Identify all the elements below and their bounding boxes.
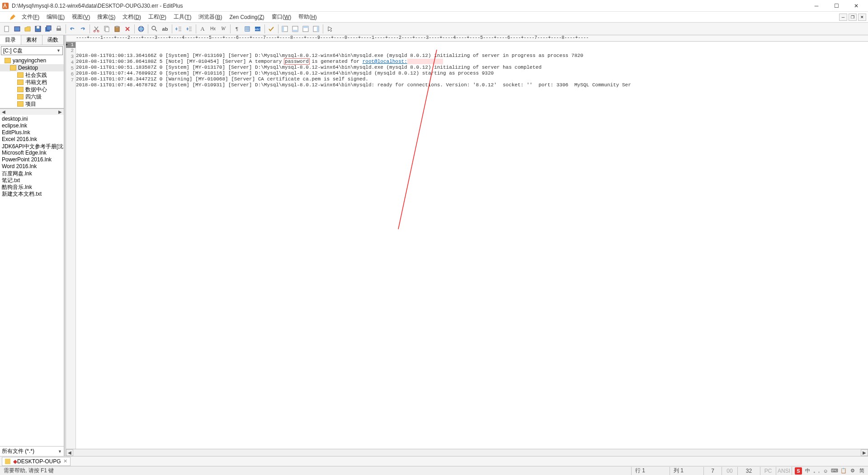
cut-button[interactable]	[91, 24, 101, 34]
replace-button[interactable]: ab	[160, 24, 170, 34]
settings-icon[interactable]: ⚙	[849, 467, 856, 475]
browser-button[interactable]	[136, 24, 146, 34]
folder-item[interactable]: 四六级	[0, 93, 64, 100]
menu-t[interactable]: 工具(T)	[170, 12, 195, 22]
file-list[interactable]: desktop.inieclipse.lnkEditPlus.lnkExcel …	[0, 115, 64, 446]
indent-right-button[interactable]	[184, 24, 194, 34]
file-item[interactable]: 百度网盘.lnk	[0, 170, 64, 177]
panel4-button[interactable]	[311, 24, 321, 34]
ime-lang-icon[interactable]: 中	[804, 467, 811, 475]
code-content[interactable]: 2018-08-11T01:00:13.364166Z 0 [System] […	[76, 42, 868, 449]
folder-icon	[10, 65, 16, 71]
clipboard-icon[interactable]: 📋	[840, 467, 847, 475]
menu-d[interactable]: 文档(D)	[119, 12, 145, 22]
menu-p[interactable]: 工程(P)	[145, 12, 170, 22]
scroll-right-icon[interactable]: ▶	[861, 449, 868, 456]
code-line[interactable]: 2018-08-11T01:00:51.183587Z 0 [System] […	[76, 65, 868, 71]
drive-select[interactable]: [C:] C盘 ▼	[1, 46, 63, 55]
menu-v[interactable]: 视图(V)	[68, 12, 94, 22]
svg-rect-14	[116, 26, 118, 28]
paste-button[interactable]	[112, 24, 122, 34]
maximize-button[interactable]: ☐	[826, 0, 846, 12]
font-a-button[interactable]: A	[198, 24, 208, 34]
folder-item[interactable]: 数据中心	[0, 86, 64, 93]
menu-e[interactable]: 编辑(E)	[43, 12, 68, 22]
sidebar-tab-snippet[interactable]: 素材	[21, 35, 42, 45]
file-filter[interactable]: 所有文件 (*.*) ▼	[0, 446, 64, 456]
undo-button[interactable]	[67, 24, 77, 34]
menu-z[interactable]: Zen Coding(Z)	[226, 12, 268, 22]
ime-mode-icon[interactable]: 简	[858, 467, 865, 475]
sidebar-tab-function[interactable]: 函数	[42, 35, 64, 45]
menu-s[interactable]: 搜索(S)	[94, 12, 119, 22]
code-line[interactable]: 2018-08-11T01:00:13.364166Z 0 [System] […	[76, 53, 868, 59]
folder-item[interactable]: yangyingchen	[0, 57, 64, 64]
horizontal-scrollbar[interactable]: ◀ ▶	[66, 449, 868, 456]
scroll-right-icon[interactable]: ▶	[57, 109, 64, 115]
indent-left-button[interactable]	[174, 24, 184, 34]
file-item[interactable]: eclipse.lnk	[0, 122, 64, 129]
chevron-down-icon: ▼	[57, 48, 61, 53]
print-button[interactable]	[54, 24, 64, 34]
open-button[interactable]	[23, 24, 33, 34]
document-tab[interactable]: ◆ DESKTOP-OUPG ✕	[2, 457, 71, 466]
close-button[interactable]: ✕	[846, 0, 866, 12]
menu-w[interactable]: 窗口(W)	[268, 12, 295, 22]
file-item[interactable]: Excel 2016.lnk	[0, 136, 64, 143]
file-item[interactable]: 笔记.txt	[0, 177, 64, 183]
menu-f[interactable]: 文件(F)	[18, 12, 43, 22]
scroll-left-icon[interactable]: ◀	[66, 449, 73, 456]
hex-button[interactable]: Hx	[208, 24, 218, 34]
file-item[interactable]: PowerPoint 2016.lnk	[0, 156, 64, 163]
run-button[interactable]	[325, 24, 335, 34]
code-line[interactable]: 2018-08-11T01:00:36.864180Z 5 [Note] [MY…	[76, 59, 868, 65]
menu-h[interactable]: 帮助(H)	[295, 12, 321, 22]
find-button[interactable]	[150, 24, 160, 34]
column-select-button[interactable]	[242, 24, 252, 34]
file-item[interactable]: Word 2016.lnk	[0, 163, 64, 170]
ime-punct-icon[interactable]: 。,	[813, 467, 820, 475]
folder-icon	[17, 101, 24, 107]
new-html-button[interactable]	[12, 24, 22, 34]
file-item[interactable]: desktop.ini	[0, 116, 64, 122]
spell-check-button[interactable]	[266, 24, 276, 34]
folder-item[interactable]: 书籍文档	[0, 79, 64, 86]
panel1-button[interactable]	[280, 24, 290, 34]
folder-item[interactable]: 项目	[0, 100, 64, 108]
mdi-minimize-button[interactable]: ─	[839, 14, 847, 21]
folder-item[interactable]: Desktop	[0, 64, 64, 71]
tree-scrollbar[interactable]: ◀ ▶	[0, 108, 64, 115]
mdi-restore-button[interactable]: ❐	[849, 14, 857, 21]
code-line[interactable]: 2018-08-11T01:07:44.768992Z 0 [System] […	[76, 71, 868, 76]
folder-tree[interactable]: yangyingchenDesktop社会实践书籍文档数据中心四六级项目	[0, 56, 64, 108]
save-all-button[interactable]	[43, 24, 53, 34]
panel2-button[interactable]	[290, 24, 300, 34]
minimize-button[interactable]: ─	[807, 0, 826, 12]
abc-button[interactable]: ABC	[253, 24, 263, 34]
emoji-icon[interactable]: ☺	[822, 467, 829, 475]
show-invisibles-button[interactable]: ¶	[232, 24, 242, 34]
file-item[interactable]: 新建文本文档.txt	[0, 190, 64, 197]
sidebar-tab-directory[interactable]: 目录	[0, 35, 21, 45]
keyboard-icon[interactable]: ⌨	[831, 467, 838, 475]
file-item[interactable]: JDK6API中文参考手册[沈	[0, 143, 64, 150]
delete-button[interactable]	[123, 24, 132, 34]
scroll-left-icon[interactable]: ◀	[0, 109, 7, 115]
wrap-button[interactable]: W	[218, 24, 228, 34]
close-tab-icon[interactable]: ✕	[63, 458, 67, 464]
redo-button[interactable]	[78, 24, 88, 34]
file-item[interactable]: 酷狗音乐.lnk	[0, 183, 64, 190]
code-line[interactable]: 2018-08-11T01:07:48.344721Z 0 [Warning] …	[76, 76, 868, 82]
mdi-close-button[interactable]: ✕	[858, 14, 866, 21]
file-item[interactable]: EditPlus.lnk	[0, 129, 64, 136]
new-file-button[interactable]	[2, 24, 12, 34]
folder-item[interactable]: 社会实践	[0, 71, 64, 79]
code-line[interactable]	[76, 88, 868, 94]
menu-b[interactable]: 浏览器(B)	[195, 12, 226, 22]
copy-button[interactable]	[102, 24, 112, 34]
file-item[interactable]: Microsoft Edge.lnk	[0, 150, 64, 156]
ime-icon[interactable]: S	[795, 467, 802, 475]
code-line[interactable]: 2018-08-11T01:07:48.467879Z 0 [System] […	[76, 82, 868, 88]
save-button[interactable]	[33, 24, 43, 34]
panel3-button[interactable]	[301, 24, 311, 34]
